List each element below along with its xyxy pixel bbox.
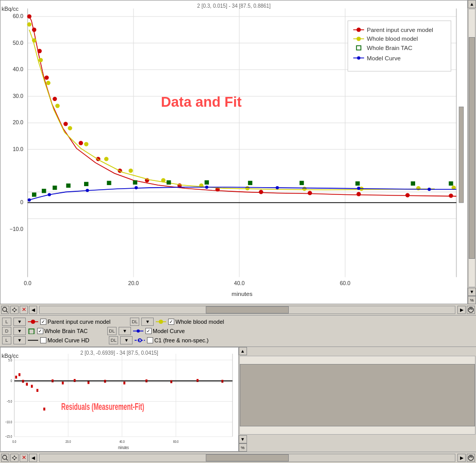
scroll-up-btn[interactable]: ▲ [468,0,476,8]
svg-line-97 [6,311,8,312]
checkbox-model[interactable]: Model Curve [145,328,185,334]
svg-point-57 [302,187,306,191]
svg-point-42 [356,192,360,196]
ctrl-dropdown-6[interactable]: ▼ [120,336,133,344]
ctrl-dropdown-5[interactable]: ▼ [13,336,26,344]
move-icon[interactable] [10,306,19,314]
bottom-reset-view-btn[interactable] [467,454,475,462]
svg-point-30 [38,49,42,53]
bottom-scroll-thumb [240,364,475,426]
svg-marker-156 [13,459,15,460]
svg-rect-136 [19,373,21,376]
checkbox-parent[interactable]: Parent input curve model [40,319,110,325]
ctrl-dropdown-3[interactable]: ▼ [13,327,26,335]
svg-text:−5.0: −5.0 [7,399,12,403]
check-brain[interactable] [37,328,43,334]
bottom-chart: kBq/cc 2 [0.3, -0.6939] - 34 [87.5, 0.04… [0,347,239,452]
bottom-chart-svg: 5.0 0 −5.0 −10.0 −15.0 0.0 20.0 40.0 60.… [1,348,238,451]
bottom-close-icon[interactable]: ✕ [20,454,28,462]
svg-point-34 [79,141,83,145]
scroll-down-btn[interactable]: ▼ [468,288,476,296]
bottom-percent-btn[interactable]: % [239,443,247,452]
check-parent[interactable] [40,319,46,325]
close-icon[interactable]: ✕ [20,306,28,314]
zoom-icon[interactable] [1,306,9,314]
svg-text:0: 0 [20,200,23,205]
svg-rect-63 [53,186,57,190]
main-container: kBq/cc 2 [0.3, 0.015] - 34 [87.5, 0.8861… [0,0,476,463]
bottom-scroll-right-btn[interactable]: ▶ [457,454,466,462]
top-chart-scrollbar[interactable]: ▲ ▼ % [468,0,476,304]
svg-text:60.0: 60.0 [13,13,24,19]
svg-point-153 [3,455,7,459]
bottom-toolbar-scrollbar[interactable] [39,454,455,462]
svg-point-104 [31,320,35,324]
svg-point-85 [356,28,360,32]
svg-point-40 [259,190,263,194]
svg-point-46 [32,38,36,42]
bottom-chart-container: kBq/cc 2 [0.3, -0.6939] - 34 [87.5, 0.04… [0,347,476,452]
check-c1[interactable] [147,337,153,343]
toolbar: ✕ ◀ ▶ [0,304,476,316]
svg-point-52 [104,157,108,161]
check-model[interactable] [145,328,152,334]
svg-point-29 [32,28,36,32]
bottom-scroll-track[interactable] [239,356,476,435]
checkbox-model-hd[interactable]: Model Curve HD [40,337,89,343]
top-chart-svg: 60.0 50.0 40.0 30.0 20.0 10.0 0 −10.0 0.… [1,1,467,304]
checkbox-c1[interactable]: C1 (free & non-spec.) [147,337,208,343]
svg-marker-157 [12,457,13,459]
ctrl-dropdown-1[interactable]: ▼ [13,318,26,326]
bottom-scroll-up-btn[interactable]: ▲ [239,347,247,355]
percent-btn[interactable]: % [468,296,476,304]
svg-text:50.0: 50.0 [13,40,24,46]
svg-point-47 [39,58,43,62]
bottom-scroll-down-btn[interactable]: ▼ [239,435,247,443]
svg-point-59 [416,186,420,190]
bottom-chart-scrollbar[interactable]: ▲ ▼ % [239,347,477,452]
svg-point-49 [55,104,59,108]
check-model-hd[interactable] [40,337,46,343]
check-blood[interactable] [168,319,174,325]
svg-marker-101 [15,309,17,311]
svg-point-77 [86,189,89,192]
ctrl-btn-L3[interactable]: L [2,336,11,344]
legend-color-2 [156,319,166,325]
svg-point-33 [63,122,68,126]
bottom-move-icon[interactable] [10,454,19,462]
checkbox-brain[interactable]: Whole Brain TAC [37,328,88,334]
svg-rect-61 [32,192,36,196]
svg-rect-71 [300,181,304,185]
svg-point-109 [137,329,140,333]
svg-rect-67 [133,180,137,185]
bottom-zoom-icon[interactable] [1,454,9,462]
svg-text:Whole Brain TAC: Whole Brain TAC [367,45,412,51]
svg-point-32 [53,97,57,101]
svg-text:Whole blood model: Whole blood model [367,36,418,42]
ctrl-btn-L1[interactable]: L [2,318,11,326]
scroll-right-btn[interactable]: ▶ [457,306,466,314]
toolbar-scrollbar[interactable] [39,306,455,314]
scroll-left-btn[interactable]: ◀ [29,306,37,314]
svg-text:40.0: 40.0 [13,67,24,72]
svg-point-45 [27,22,31,26]
svg-text:5.0: 5.0 [8,357,12,361]
ctrl-btn-D2[interactable]: D [2,327,11,335]
svg-rect-148 [145,379,147,383]
svg-text:minutes: minutes [232,291,253,297]
ctrl-btn-DL3[interactable]: DL [109,336,118,344]
bottom-scroll-left-btn[interactable]: ◀ [29,454,37,462]
svg-point-56 [245,186,250,190]
reset-view-btn[interactable] [467,306,475,314]
svg-rect-66 [107,181,111,185]
scroll-track[interactable] [468,9,475,287]
ctrl-btn-DL2[interactable]: DL [107,327,117,335]
scroll-thumb [469,37,475,259]
svg-marker-99 [13,311,15,312]
ctrl-dropdown-4[interactable]: ▼ [119,327,131,335]
svg-text:20.0: 20.0 [128,280,139,286]
ctrl-dropdown-2[interactable]: ▼ [141,318,154,326]
svg-rect-74 [449,181,453,186]
ctrl-btn-DL1[interactable]: DL [130,318,139,326]
checkbox-blood[interactable]: Whole blood model [168,319,224,325]
